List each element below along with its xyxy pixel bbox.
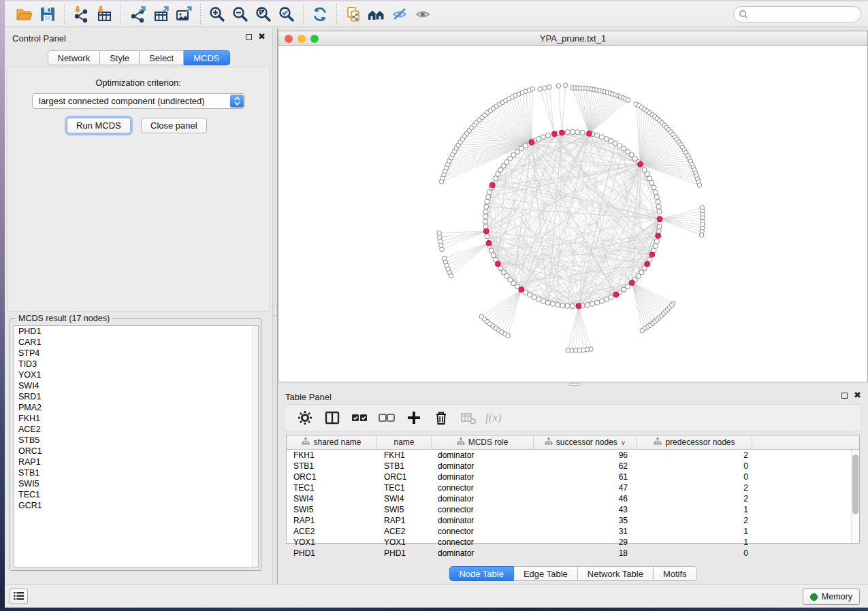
deselect-all-checks-icon[interactable] [376, 408, 397, 428]
mcds-result-item[interactable]: STP4 [14, 348, 258, 359]
tab-select[interactable]: Select [140, 50, 184, 65]
mcds-result-item[interactable]: PHD1 [14, 326, 258, 337]
mcds-result-item[interactable]: STB1 [14, 467, 258, 478]
zoom-out-icon[interactable] [229, 4, 252, 24]
column-header-shared-name[interactable]: shared name [287, 435, 377, 449]
show-all-icon[interactable] [411, 4, 434, 24]
task-list-icon [14, 591, 24, 603]
zoom-selected-icon[interactable] [275, 4, 298, 24]
run-mcds-button[interactable]: Run MCDS [67, 118, 131, 133]
column-header-successor-nodes[interactable]: successor nodes∨ [534, 435, 637, 449]
network-canvas[interactable] [278, 46, 868, 382]
open-file-icon[interactable] [13, 4, 36, 24]
cell-MCDS-role: dominator [432, 450, 534, 461]
task-history-button[interactable] [10, 589, 28, 604]
mcds-result-item[interactable]: GCR1 [14, 500, 258, 511]
table-row[interactable]: PHD1PHD1dominator180 [287, 548, 859, 559]
first-neighbors-icon[interactable] [365, 4, 388, 24]
tab-style[interactable]: Style [100, 50, 140, 65]
table-row[interactable]: RAP1RAP1dominator352 [287, 515, 859, 526]
refresh-layout-icon[interactable] [308, 4, 332, 24]
mcds-result-item[interactable]: STB5 [14, 435, 258, 446]
export-network-icon[interactable] [126, 4, 149, 24]
mcds-result-item[interactable]: YOX1 [14, 369, 258, 380]
column-header-MCDS-role[interactable]: MCDS role [432, 435, 534, 449]
zoom-in-icon[interactable] [206, 4, 229, 24]
mcds-result-item[interactable]: SWI4 [14, 380, 258, 391]
cell-name: SWI4 [377, 493, 432, 504]
mcds-result-item[interactable]: TEC1 [14, 489, 258, 500]
table-row[interactable]: STB1STB1dominator620 [287, 461, 859, 472]
cell-predecessor-nodes: 2 [637, 493, 752, 504]
cell-name: ACE2 [377, 526, 432, 537]
table-scrollbar-thumb[interactable] [852, 455, 858, 514]
mcds-result-list[interactable]: PHD1CAR1STP4TID3YOX1SWI4SRD1PMA2FKH1ACE2… [14, 325, 259, 567]
export-image-icon[interactable] [172, 4, 195, 24]
save-session-icon[interactable] [36, 4, 59, 24]
toolbar-separator [200, 4, 201, 24]
table-scrollbar[interactable] [851, 450, 859, 543]
close-table-panel-icon[interactable]: ✖ [854, 392, 861, 399]
table-row[interactable]: YOX1YOX1connector291 [287, 537, 859, 548]
copy-network-icon[interactable] [342, 4, 365, 24]
table-row[interactable]: ACE2ACE2connector311 [287, 526, 859, 537]
table-tab-motifs[interactable]: Motifs [654, 566, 697, 581]
cell-predecessor-nodes: 2 [637, 450, 752, 461]
memory-button-label: Memory [822, 592, 852, 601]
control-panel-title: Control Panel [12, 33, 66, 44]
table-tab-node-table[interactable]: Node Table [449, 566, 514, 581]
hide-selected-icon[interactable] [388, 4, 411, 24]
mcds-result-item[interactable]: FKH1 [14, 413, 258, 424]
mcds-result-item[interactable]: TID3 [14, 359, 258, 369]
column-header-name[interactable]: name [377, 435, 432, 449]
criterion-dropdown-value: largest connected component (undirected) [39, 96, 205, 106]
import-table-icon[interactable] [93, 4, 116, 24]
mcds-result-item[interactable]: PMA2 [14, 402, 258, 413]
horizontal-splitter-handle[interactable] [569, 383, 580, 386]
import-network-icon[interactable] [69, 4, 93, 24]
select-all-checks-icon[interactable] [349, 408, 370, 428]
cell-predecessor-nodes: 2 [637, 482, 752, 493]
settings-gear-icon[interactable] [295, 408, 315, 428]
tab-mcds[interactable]: MCDS [184, 50, 229, 65]
table-row[interactable]: FKH1FKH1dominator962 [287, 450, 859, 461]
criterion-dropdown[interactable]: largest connected component (undirected) [32, 93, 245, 109]
table-row[interactable]: SWI4SWI4dominator462 [287, 493, 859, 504]
table-panel-tabs: Node TableEdge TableNetwork TableMotifs [449, 566, 696, 581]
network-window-titlebar[interactable]: YPA_prune.txt_1 [278, 31, 868, 46]
cell-name: STB1 [377, 461, 432, 472]
mcds-result-item[interactable]: SRD1 [14, 391, 258, 402]
cell-MCDS-role: connector [432, 537, 534, 548]
mcds-list-scrollbar[interactable] [252, 326, 258, 567]
search-input[interactable] [733, 6, 861, 22]
mcds-result-item[interactable]: RAP1 [14, 457, 258, 467]
cell-shared-name: ACE2 [287, 526, 377, 537]
column-header-predecessor-nodes[interactable]: predecessor nodes [637, 435, 752, 449]
float-panel-icon[interactable] [246, 34, 252, 40]
column-layout-icon[interactable] [322, 408, 342, 428]
cell-MCDS-role: dominator [432, 461, 534, 472]
mcds-result-item[interactable]: CAR1 [14, 337, 258, 348]
vertical-splitter-handle[interactable] [274, 305, 277, 316]
zoom-fit-icon[interactable] [252, 4, 275, 24]
mcds-result-item[interactable]: ORC1 [14, 446, 258, 457]
table-row[interactable]: ORC1ORC1dominator610 [287, 472, 859, 482]
close-panel-button[interactable]: Close panel [141, 118, 207, 133]
tab-network[interactable]: Network [47, 50, 100, 65]
close-panel-icon[interactable]: ✖ [258, 33, 266, 40]
table-tab-edge-table[interactable]: Edge Table [514, 566, 578, 581]
table-row[interactable]: SWI5SWI5connector431 [287, 504, 859, 515]
table-tab-network-table[interactable]: Network Table [578, 566, 654, 581]
control-panel-titlebar: Control Panel ✖ [5, 32, 272, 46]
node-table[interactable]: shared namenameMCDS rolesuccessor nodes∨… [286, 435, 860, 544]
float-table-panel-icon[interactable] [841, 393, 848, 399]
export-table-icon[interactable] [149, 4, 172, 24]
vertical-splitter[interactable] [272, 28, 278, 584]
memory-button[interactable]: Memory [803, 589, 860, 605]
dropdown-stepper-icon [230, 95, 244, 108]
table-row[interactable]: TEC1TEC1connector472 [287, 482, 859, 493]
mcds-result-item[interactable]: SWI5 [14, 478, 258, 489]
delete-column-icon[interactable] [431, 408, 451, 428]
add-column-icon[interactable] [404, 408, 424, 428]
mcds-result-item[interactable]: ACE2 [14, 424, 258, 435]
